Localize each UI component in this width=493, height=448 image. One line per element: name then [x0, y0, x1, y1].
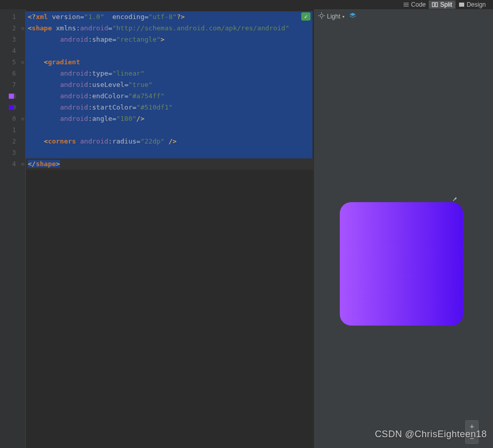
fold-close-icon[interactable]: ⊟	[22, 116, 24, 121]
line-number: 0⊟	[0, 113, 25, 124]
fold-close-icon[interactable]: ⊟	[22, 162, 24, 167]
line-number: 1	[0, 124, 25, 136]
code-icon	[403, 2, 409, 8]
code-line: android:startColor="#510df1"	[26, 102, 314, 113]
editor-gutter: 1 2⊟ 3 4 5⊟ 6 7 8 9 0⊟ 1 2 3 4⊟	[0, 9, 26, 448]
svg-point-3	[320, 14, 323, 17]
line-number: 2⊟	[0, 23, 25, 34]
line-number: 5⊟	[0, 57, 25, 68]
code-line: android:shape="rectangle">	[26, 34, 314, 45]
code-line: <gradient	[26, 57, 314, 68]
preview-canvas[interactable]	[314, 24, 493, 448]
line-number: 9	[0, 102, 25, 113]
main-split: 1 2⊟ 3 4 5⊟ 6 7 8 9 0⊟ 1 2 3 4⊟ <?xml ve…	[0, 9, 493, 448]
validation-ok-icon[interactable]: ✓	[301, 12, 311, 21]
theme-label: Light	[327, 13, 340, 20]
view-mode-tabs: Code Split Design	[400, 0, 489, 9]
tab-design-label: Design	[467, 1, 486, 8]
design-preview-panel: Light ▾ + −	[314, 9, 493, 448]
code-line: <corners android:radius="22dp" />	[26, 136, 314, 147]
code-line: <shape xmlns:android="http://schemas.and…	[26, 23, 314, 34]
fold-icon[interactable]: ⊟	[22, 26, 24, 31]
svg-rect-0	[432, 3, 434, 7]
code-line: android:useLevel="true"	[26, 79, 314, 91]
color-swatch-end[interactable]	[9, 94, 14, 99]
color-swatch-start[interactable]	[9, 105, 14, 110]
line-number: 2	[0, 136, 25, 147]
tab-code-label: Code	[411, 1, 426, 8]
code-line	[26, 45, 314, 57]
tab-split[interactable]: Split	[429, 1, 455, 9]
split-icon	[432, 2, 438, 8]
tab-design[interactable]: Design	[455, 1, 489, 9]
sun-icon	[318, 12, 325, 21]
code-line: <?xml version="1.0" encoding="utf-8"?>	[26, 11, 314, 23]
design-icon	[459, 2, 465, 8]
svg-rect-1	[435, 3, 437, 7]
code-line: android:endColor="#a754ff"	[26, 91, 314, 102]
line-number: 8	[0, 91, 25, 102]
code-editor: 1 2⊟ 3 4 5⊟ 6 7 8 9 0⊟ 1 2 3 4⊟ <?xml ve…	[0, 9, 314, 448]
line-number: 7	[0, 79, 25, 91]
code-line-current: </shape>	[26, 158, 314, 170]
line-number: 1	[0, 11, 25, 23]
drawable-preview-shape	[340, 202, 463, 326]
line-number: 6	[0, 68, 25, 79]
theme-selector[interactable]: Light ▾	[318, 12, 344, 21]
line-number: 4	[0, 45, 25, 57]
tab-split-label: Split	[440, 1, 452, 8]
line-number: 4⊟	[0, 158, 25, 170]
code-line	[26, 124, 314, 136]
svg-rect-2	[459, 3, 464, 7]
watermark-text: CSDN @ChrisEighteen18	[375, 429, 487, 440]
wrench-icon[interactable]	[452, 194, 458, 201]
layers-icon[interactable]	[349, 12, 357, 22]
code-line: android:type="linear"	[26, 68, 314, 79]
fold-icon[interactable]: ⊟	[22, 60, 24, 65]
tab-code[interactable]: Code	[400, 1, 429, 9]
code-line	[26, 147, 314, 158]
line-number: 3	[0, 147, 25, 158]
code-text-area[interactable]: <?xml version="1.0" encoding="utf-8"?> <…	[26, 9, 314, 448]
chevron-down-icon: ▾	[342, 14, 344, 19]
preview-toolbar: Light ▾	[314, 9, 493, 24]
line-number: 3	[0, 34, 25, 45]
code-line: android:angle="180"/>	[26, 113, 314, 124]
